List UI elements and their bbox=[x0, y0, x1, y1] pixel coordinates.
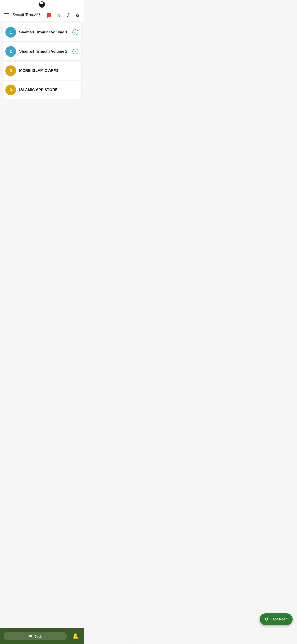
nav-actions: ☆ ⤴ ⚙ bbox=[46, 12, 81, 19]
bookmark-button[interactable] bbox=[46, 12, 53, 19]
star-icon: ☆ bbox=[56, 12, 61, 18]
book-badge-1: 1 bbox=[5, 27, 16, 38]
app-title: Samail Tirmidhi bbox=[12, 13, 40, 17]
book-item-3[interactable]: 0 MORE ISLAMIC APPS bbox=[3, 62, 81, 80]
check-circle-1 bbox=[72, 29, 78, 35]
book-item-1[interactable]: 1 Shamail Tirmidhi Volume 1 bbox=[3, 23, 81, 41]
favorite-button[interactable]: ☆ bbox=[55, 12, 62, 19]
book-badge-3: 0 bbox=[5, 65, 16, 76]
book-badge-2: 2 bbox=[5, 46, 16, 57]
settings-button[interactable]: ⚙ bbox=[74, 12, 81, 19]
check-circle-2 bbox=[72, 48, 78, 54]
notification-dot-icon bbox=[39, 1, 45, 8]
bookmark-icon bbox=[47, 12, 51, 18]
book-item-2[interactable]: 2 Shamail Tirmidhi Volume 2 bbox=[3, 42, 81, 60]
book-title-4: ISLAMIC APP STORE bbox=[19, 88, 78, 92]
book-item-4[interactable]: 0 ISLAMIC APP STORE bbox=[3, 81, 81, 99]
share-button[interactable]: ⤴ bbox=[65, 12, 72, 19]
book-title-2: Shamail Tirmidhi Volume 2 bbox=[19, 49, 72, 54]
share-icon: ⤴ bbox=[67, 12, 69, 18]
check-icon-1 bbox=[72, 29, 78, 35]
status-bar bbox=[0, 0, 84, 9]
book-title-1: Shamail Tirmidhi Volume 1 bbox=[19, 30, 72, 35]
main-content: 1 Shamail Tirmidhi Volume 1 2 Shamail Ti… bbox=[0, 22, 84, 156]
top-navigation: Samail Tirmidhi ☆ ⤴ ⚙ bbox=[0, 9, 84, 22]
menu-button[interactable] bbox=[3, 11, 11, 19]
nav-title-container: Samail Tirmidhi bbox=[12, 13, 46, 18]
gear-icon: ⚙ bbox=[75, 12, 79, 18]
book-title-3: MORE ISLAMIC APPS bbox=[19, 68, 78, 73]
check-icon-2 bbox=[72, 48, 78, 54]
book-badge-4: 0 bbox=[5, 84, 16, 95]
